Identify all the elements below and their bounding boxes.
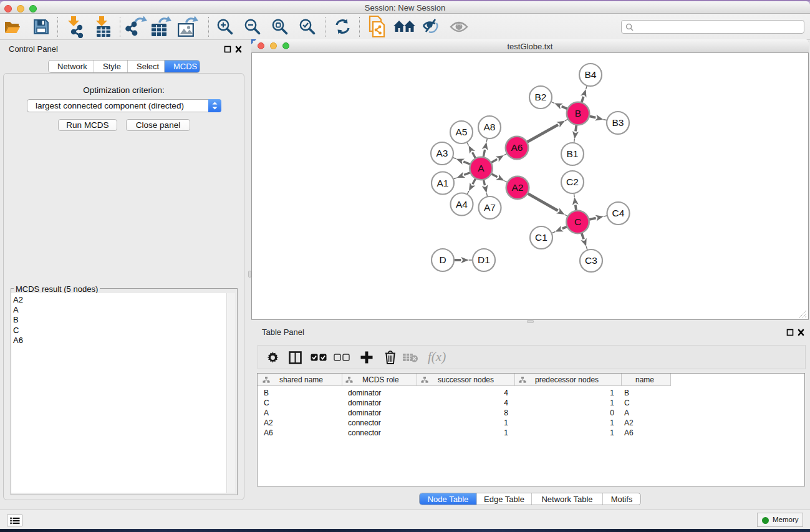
svg-text:B2: B2 [535,92,547,102]
svg-text:A8: A8 [484,122,496,132]
svg-text:A6: A6 [511,142,523,153]
svg-text:A: A [478,163,485,173]
svg-text:D1: D1 [478,254,490,265]
svg-text:A5: A5 [456,127,468,137]
svg-text:B3: B3 [612,117,624,128]
svg-text:C2: C2 [566,177,579,187]
svg-text:C3: C3 [585,255,597,266]
svg-text:B4: B4 [585,69,597,80]
svg-text:D: D [439,254,446,265]
svg-text:C1: C1 [535,232,547,243]
svg-text:C4: C4 [612,208,625,218]
svg-text:C: C [574,216,581,227]
svg-text:A1: A1 [437,178,449,188]
svg-text:B1: B1 [567,148,579,159]
svg-text:B: B [575,108,581,118]
svg-text:A4: A4 [456,199,468,210]
svg-text:A7: A7 [484,202,496,213]
svg-text:A3: A3 [436,148,448,158]
svg-text:A2: A2 [512,182,524,193]
